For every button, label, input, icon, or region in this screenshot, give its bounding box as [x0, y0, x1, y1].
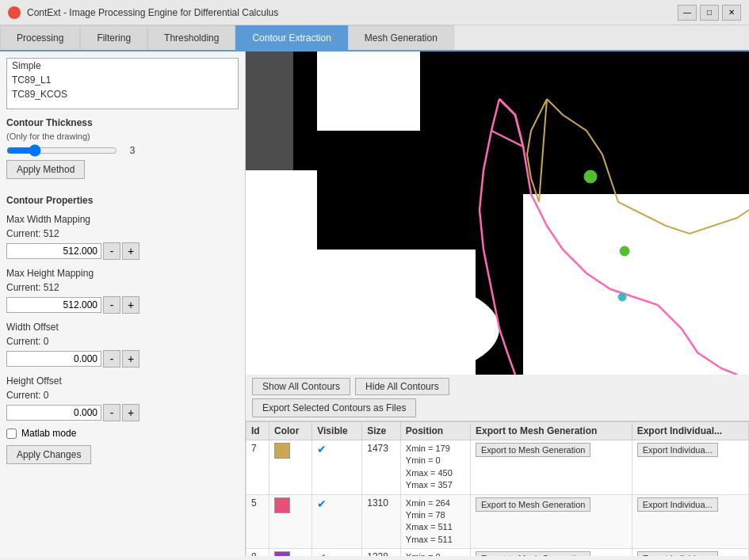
col-size: Size [362, 422, 401, 440]
title-bar: ContExt - Image Processing Engine for Di… [0, 0, 749, 25]
window-controls: — □ ✕ [678, 5, 741, 21]
table-row: 7✔1473Xmin = 179Ymin = 0Xmax = 450Ymax =… [246, 440, 749, 495]
col-visible: Visible [312, 422, 362, 440]
width-offset-plus[interactable]: + [122, 350, 139, 368]
cell-export-individual: Export Individua... [632, 549, 748, 556]
export-mesh-button[interactable]: Export to Mesh Generation [476, 443, 590, 457]
color-swatch[interactable] [274, 551, 290, 556]
col-color: Color [269, 422, 311, 440]
tab-mesh-generation[interactable]: Mesh Generation [348, 25, 454, 50]
cell-size: 1310 [362, 494, 401, 549]
max-height-minus[interactable]: - [103, 296, 120, 314]
method-list[interactable]: Simple TC89_L1 TC89_KCOS [6, 58, 239, 109]
visible-checkmark: ✔ [317, 497, 327, 510]
height-offset-plus[interactable]: + [122, 404, 139, 421]
method-tc89-l1[interactable]: TC89_L1 [7, 73, 238, 87]
max-width-minus[interactable]: - [103, 242, 120, 260]
app-icon [8, 6, 21, 19]
cell-position: Xmin = 264Ymin = 78Xmax = 511Ymax = 511 [400, 494, 470, 549]
show-all-contours-button[interactable]: Show All Contours [252, 378, 350, 395]
max-width-current: Current: 512 [6, 228, 239, 239]
color-swatch[interactable] [274, 497, 290, 513]
hide-all-contours-button[interactable]: Hide All Contours [355, 378, 449, 395]
max-height-input-row: - + [6, 296, 239, 314]
height-offset-input[interactable] [6, 405, 101, 421]
cell-export-individual: Export Individua... [632, 440, 748, 495]
width-offset-input-row: - + [6, 350, 239, 368]
col-export-mesh: Export to Mesh Generation [471, 422, 632, 440]
max-height-plus[interactable]: + [122, 296, 139, 314]
max-width-plus[interactable]: + [122, 242, 139, 260]
cell-color[interactable] [269, 440, 311, 495]
visible-checkmark: ✔ [317, 551, 327, 556]
svg-point-5 [309, 281, 499, 375]
cell-color[interactable] [269, 494, 311, 549]
cell-visible[interactable]: ✔ [312, 549, 362, 556]
cell-export-individual: Export Individua... [632, 494, 748, 549]
window-title: ContExt - Image Processing Engine for Di… [27, 7, 278, 18]
close-button[interactable]: ✕ [722, 5, 741, 21]
contour-image [246, 51, 749, 375]
right-panel: Show All Contours Hide All Contours Expo… [246, 51, 749, 556]
method-tc89-kcos[interactable]: TC89_KCOS [7, 87, 238, 101]
max-height-current: Current: 512 [6, 282, 239, 293]
matlab-mode-label: Matlab mode [21, 428, 76, 439]
tab-processing[interactable]: Processing [0, 25, 80, 50]
title-bar-left: ContExt - Image Processing Engine for Di… [8, 6, 278, 19]
left-panel: Simple TC89_L1 TC89_KCOS Contour Thickne… [0, 51, 246, 556]
max-height-input[interactable] [6, 297, 101, 313]
cell-visible[interactable]: ✔ [312, 494, 362, 549]
width-offset-input[interactable] [6, 351, 101, 367]
max-width-input-row: - + [6, 242, 239, 260]
cell-position: Xmin = 0Ymin = ... [400, 549, 470, 556]
cell-id: 5 [246, 494, 269, 549]
thickness-value: 3 [120, 145, 144, 156]
only-drawing-note: (Only for the drawing) [6, 131, 239, 141]
tab-contour-extraction[interactable]: Contour Extraction [235, 25, 347, 50]
width-offset-title: Width Offset [6, 322, 239, 333]
contours-table-area: Id Color Visible Size Position Export to… [246, 421, 749, 556]
maximize-button[interactable]: □ [700, 5, 719, 21]
svg-point-7 [584, 170, 597, 183]
thickness-slider[interactable] [6, 144, 117, 157]
svg-rect-3 [317, 51, 420, 131]
max-height-title: Max Height Mapping [6, 268, 239, 279]
width-offset-minus[interactable]: - [103, 350, 120, 368]
cell-id: 8 [246, 549, 269, 556]
main-content: Simple TC89_L1 TC89_KCOS Contour Thickne… [0, 51, 749, 556]
cell-visible[interactable]: ✔ [312, 440, 362, 495]
export-mesh-button[interactable]: Export to Mesh Generation [476, 497, 590, 512]
color-swatch[interactable] [274, 443, 290, 459]
height-offset-current: Current: 0 [6, 390, 239, 401]
table-row: 5✔1310Xmin = 264Ymin = 78Xmax = 511Ymax … [246, 494, 749, 549]
svg-point-8 [620, 246, 629, 256]
height-offset-input-row: - + [6, 404, 239, 421]
apply-changes-button[interactable]: Apply Changes [6, 445, 91, 464]
col-position: Position [400, 422, 470, 440]
export-individual-button[interactable]: Export Individua... [637, 551, 718, 556]
col-export-indiv: Export Individual... [632, 422, 748, 440]
width-offset-current: Current: 0 [6, 336, 239, 347]
cell-size: 1473 [362, 440, 401, 495]
contour-thickness-title: Contour Thickness [6, 117, 239, 128]
export-mesh-button[interactable]: Export to Mesh Generation [476, 551, 590, 556]
cell-id: 7 [246, 440, 269, 495]
table-row: 8✔1238Xmin = 0Ymin = ...Export to Mesh G… [246, 549, 749, 556]
svg-rect-4 [523, 194, 749, 375]
export-individual-button[interactable]: Export Individua... [637, 497, 718, 512]
export-individual-button[interactable]: Export Individua... [637, 443, 718, 457]
export-selected-contours-button[interactable]: Export Selected Contours as Files [252, 398, 416, 417]
height-offset-minus[interactable]: - [103, 404, 120, 421]
minimize-button[interactable]: — [678, 5, 697, 21]
cell-color[interactable] [269, 549, 311, 556]
apply-method-button[interactable]: Apply Method [6, 160, 85, 179]
tab-filtering[interactable]: Filtering [80, 25, 147, 50]
cell-export-mesh: Export to Mesh Generation [471, 494, 632, 549]
method-simple[interactable]: Simple [7, 59, 238, 73]
tab-thresholding[interactable]: Thresholding [147, 25, 235, 50]
matlab-mode-checkbox[interactable] [6, 429, 17, 439]
visible-checkmark: ✔ [317, 443, 327, 455]
cell-export-mesh: Export to Mesh Generation [471, 440, 632, 495]
max-width-input[interactable] [6, 243, 101, 259]
contour-properties-title: Contour Properties [6, 195, 239, 206]
